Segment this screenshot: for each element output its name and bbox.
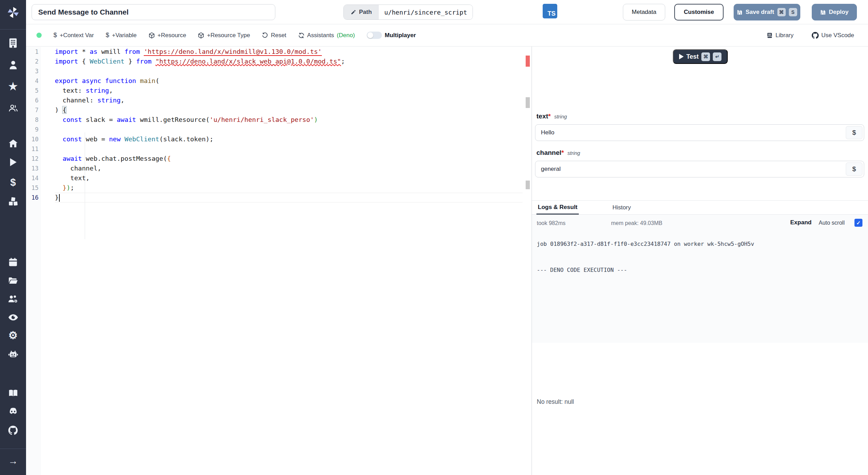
line-number: 14 <box>26 173 41 183</box>
scrollbar-marker[interactable] <box>526 181 530 189</box>
insert-variable-button[interactable]: $ <box>846 162 862 176</box>
sidebar-expand-button[interactable]: → <box>0 453 26 469</box>
sidebar-item-runs[interactable] <box>0 155 26 170</box>
line-number: 10 <box>26 134 41 144</box>
code-line[interactable]: channel, <box>55 164 523 173</box>
expand-button[interactable]: Expand <box>790 219 811 226</box>
code-line[interactable]: export async function main( <box>55 76 523 86</box>
field-type: string <box>554 114 567 119</box>
sidebar-item-discord[interactable] <box>0 404 26 419</box>
field-name: text <box>536 112 548 120</box>
path-edit-button[interactable]: Path <box>344 5 379 19</box>
code-line[interactable]: text: string, <box>55 86 523 95</box>
add-resource-button[interactable]: +Resource <box>149 32 186 39</box>
sidebar-item-workers[interactable] <box>0 347 26 362</box>
code-line[interactable]: text, <box>55 173 523 183</box>
sidebar-item-folders[interactable] <box>0 273 26 288</box>
metadata-button[interactable]: Metadata <box>623 4 665 20</box>
add-variable-button[interactable]: $ +Variable <box>106 32 136 39</box>
add-resource-label: +Resource <box>158 32 186 39</box>
sidebar-item-github[interactable] <box>0 423 26 438</box>
multiplayer-toggle-group: Multiplayer <box>367 32 416 39</box>
sidebar-item-groups[interactable] <box>0 291 26 307</box>
field-label-channel: channel* string <box>536 149 580 157</box>
code-line[interactable]: import { WebClient } from "https://deno.… <box>55 57 523 66</box>
sidebar-item-schedules[interactable] <box>0 254 26 269</box>
code-line[interactable]: await web.chat.postMessage({ <box>55 154 523 164</box>
line-number: 6 <box>26 95 41 105</box>
assistants-button[interactable]: Assistants (Deno) <box>298 32 355 39</box>
deploy-button-label: Deploy <box>829 9 849 16</box>
tab-logs-result[interactable]: Logs & Result <box>536 201 579 215</box>
scrollbar-marker[interactable] <box>526 97 530 108</box>
sidebar-item-home[interactable] <box>0 136 26 151</box>
star-icon: ★ <box>8 81 18 92</box>
multiplayer-toggle[interactable] <box>367 32 382 39</box>
sidebar-item-workspace[interactable] <box>0 35 26 51</box>
overview-ruler[interactable] <box>526 47 530 475</box>
code-content[interactable]: import * as wmill from 'https://deno.lan… <box>55 47 523 202</box>
add-context-var-button[interactable]: $ +Context Var <box>53 32 94 39</box>
deploy-button[interactable]: Deploy <box>812 4 857 20</box>
gear-icon: ⚙ <box>8 330 18 341</box>
code-line[interactable]: const slack = await wmill.getResource('u… <box>55 115 523 125</box>
sidebar-item-audit-logs[interactable] <box>0 310 26 325</box>
book-icon <box>767 32 773 39</box>
library-label: Library <box>776 32 794 39</box>
code-line[interactable]: const web = new WebClient(slack.token); <box>55 134 523 144</box>
reset-button[interactable]: Reset <box>262 32 286 39</box>
line-number: 1 <box>26 47 41 57</box>
line-number: 15 <box>26 183 41 193</box>
autoscroll-checkbox[interactable]: ✓ <box>854 219 862 227</box>
metadata-button-label: Metadata <box>632 9 657 16</box>
sidebar-item-resources[interactable] <box>0 194 26 209</box>
code-line[interactable]: ) { <box>55 105 523 115</box>
windmill-logo-icon[interactable] <box>0 5 26 20</box>
code-line[interactable]: channel: string, <box>55 95 523 105</box>
tab-history[interactable]: History <box>612 201 631 215</box>
kbd-cmd: ⌘ <box>701 52 710 61</box>
editor-toolbar: $ +Context Var $ +Variable +Resource + <box>26 24 868 47</box>
sidebar-item-favorites[interactable]: ★ <box>0 79 26 94</box>
add-resource-type-button[interactable]: +Resource Type <box>198 32 250 39</box>
code-editor[interactable]: 12345678910111213141516 import * as wmil… <box>26 47 532 475</box>
code-line[interactable]: import * as wmill from 'https://deno.lan… <box>55 47 523 57</box>
cube-icon <box>149 32 155 39</box>
sidebar-item-variables[interactable]: $ <box>0 175 26 190</box>
line-number: 4 <box>26 76 41 86</box>
code-line[interactable] <box>55 125 523 134</box>
sidebar-item-settings[interactable]: ⚙ <box>0 328 26 343</box>
customise-button[interactable]: Customise <box>674 4 724 20</box>
dollar-icon: $ <box>10 177 16 188</box>
path-control[interactable]: Path u/henri/sincere_script <box>343 5 473 20</box>
channel-field-input[interactable] <box>535 161 864 177</box>
insert-variable-button[interactable]: $ <box>846 126 862 139</box>
use-vscode-label: Use VScode <box>821 32 854 39</box>
script-title-input[interactable] <box>32 4 275 20</box>
sidebar-item-docs[interactable] <box>0 385 26 401</box>
line-number: 3 <box>26 66 41 76</box>
save-draft-button[interactable]: Save draft ⌘ S <box>734 4 800 20</box>
reset-icon <box>262 32 268 39</box>
text-field-input[interactable] <box>535 125 864 141</box>
play-icon <box>9 158 17 167</box>
sidebar-item-users[interactable] <box>0 100 26 116</box>
add-context-var-label: +Context Var <box>60 32 94 39</box>
windmill-script-editor: ★ $ <box>0 0 868 475</box>
use-vscode-button[interactable]: Use VScode <box>812 32 854 39</box>
test-button[interactable]: Test ⌘ ↵ <box>673 49 728 64</box>
sidebar-item-user[interactable] <box>0 57 26 73</box>
code-line[interactable]: }); <box>55 183 523 193</box>
path-value[interactable]: u/henri/sincere_script <box>379 5 473 19</box>
code-line[interactable] <box>55 144 523 154</box>
code-line[interactable] <box>55 66 523 76</box>
reset-label: Reset <box>271 32 286 39</box>
user-icon <box>9 60 18 70</box>
cubes-icon <box>8 197 18 206</box>
duration-stat: took 982ms <box>537 220 566 226</box>
arrow-right-icon: → <box>8 456 18 466</box>
library-button[interactable]: Library <box>767 32 794 39</box>
kbd-enter: ↵ <box>713 52 721 61</box>
test-button-label: Test <box>686 53 699 60</box>
code-line[interactable]: } <box>55 193 523 202</box>
